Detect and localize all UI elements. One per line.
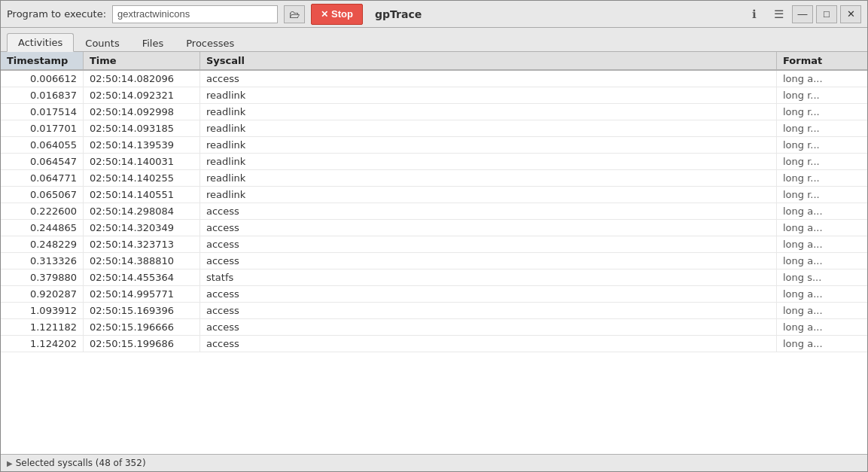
cell-syscall: access: [200, 253, 777, 269]
cell-timestamp: 0.006612: [1, 71, 84, 87]
cell-time: 02:50:14.092321: [84, 87, 200, 103]
table-row[interactable]: 0.31332602:50:14.388810accesslong a...: [1, 253, 867, 269]
cell-format: long a...: [777, 203, 867, 219]
cell-timestamp: 0.016837: [1, 87, 84, 103]
cell-timestamp: 1.093912: [1, 303, 84, 318]
maximize-button[interactable]: □: [816, 5, 837, 23]
menu-button[interactable]: ☰: [768, 5, 789, 23]
cell-time: 02:50:14.320349: [84, 220, 200, 236]
cell-timestamp: 0.222600: [1, 203, 84, 219]
cell-syscall: access: [200, 319, 777, 335]
cell-time: 02:50:14.298084: [84, 203, 200, 219]
cell-format: long a...: [777, 303, 867, 318]
table-row[interactable]: 0.06454702:50:14.140031readlinklong r...: [1, 154, 867, 170]
cell-timestamp: 0.017514: [1, 104, 84, 120]
cell-syscall: access: [200, 303, 777, 318]
cell-timestamp: 0.248229: [1, 236, 84, 252]
col-timestamp[interactable]: Timestamp: [1, 52, 84, 69]
table-row[interactable]: 0.22260002:50:14.298084accesslong a...: [1, 203, 867, 220]
cell-format: long a...: [777, 319, 867, 335]
table-row[interactable]: 1.12420202:50:15.199686accesslong a...: [1, 336, 867, 352]
table-row[interactable]: 0.01770102:50:14.093185readlinklong r...: [1, 120, 867, 137]
cell-format: long r...: [777, 170, 867, 186]
cell-time: 02:50:14.140551: [84, 187, 200, 203]
table-row[interactable]: 0.06405502:50:14.139539readlinklong r...: [1, 137, 867, 154]
col-syscall[interactable]: Syscall: [200, 52, 777, 69]
col-format[interactable]: Format: [777, 52, 867, 69]
maximize-icon: □: [824, 8, 830, 20]
table-row[interactable]: 0.06506702:50:14.140551readlinklong r...: [1, 187, 867, 203]
cell-format: long r...: [777, 137, 867, 153]
cell-format: long a...: [777, 253, 867, 269]
cell-timestamp: 0.244865: [1, 220, 84, 236]
app-title: gpTrace: [375, 8, 422, 20]
info-icon: ℹ: [752, 8, 757, 21]
main-window: Program to execute: 🗁 ✕ Stop gpTrace ℹ ☰…: [0, 0, 868, 472]
cell-format: long s...: [777, 269, 867, 285]
cell-time: 02:50:14.140031: [84, 154, 200, 169]
folder-button[interactable]: 🗁: [284, 5, 305, 23]
cell-format: long a...: [777, 336, 867, 352]
cell-time: 02:50:15.196666: [84, 319, 200, 335]
cell-time: 02:50:15.169396: [84, 303, 200, 318]
minimize-icon: —: [798, 8, 808, 20]
tab-processes[interactable]: Processes: [175, 34, 245, 52]
stop-label: Stop: [331, 8, 353, 20]
titlebar-icons: ℹ ☰ — □ ✕: [744, 5, 861, 23]
stop-x-icon: ✕: [321, 9, 328, 20]
tab-files[interactable]: Files: [131, 34, 175, 52]
cell-timestamp: 1.121182: [1, 319, 84, 335]
stop-button[interactable]: ✕ Stop: [311, 4, 363, 25]
cell-format: long r...: [777, 87, 867, 103]
tab-activities[interactable]: Activities: [7, 33, 74, 52]
cell-syscall: readlink: [200, 154, 777, 169]
cell-syscall: access: [200, 220, 777, 236]
close-button[interactable]: ✕: [840, 5, 861, 23]
table-row[interactable]: 0.24822902:50:14.323713accesslong a...: [1, 236, 867, 253]
table-row[interactable]: 0.24486502:50:14.320349accesslong a...: [1, 220, 867, 236]
table-row[interactable]: 0.06477102:50:14.140255readlinklong r...: [1, 170, 867, 187]
cell-timestamp: 0.064771: [1, 170, 84, 186]
table-container: Timestamp Time Syscall Format 0.00661202…: [1, 52, 867, 454]
content-area: Timestamp Time Syscall Format 0.00661202…: [1, 52, 867, 471]
cell-timestamp: 0.313326: [1, 253, 84, 269]
cell-format: long r...: [777, 187, 867, 203]
cell-time: 02:50:14.455364: [84, 269, 200, 285]
cell-time: 02:50:14.140255: [84, 170, 200, 186]
cell-syscall: access: [200, 236, 777, 252]
cell-syscall: readlink: [200, 137, 777, 153]
cell-syscall: access: [200, 286, 777, 302]
cell-time: 02:50:14.388810: [84, 253, 200, 269]
cell-time: 02:50:14.995771: [84, 286, 200, 302]
program-input[interactable]: [112, 5, 278, 23]
cell-syscall: readlink: [200, 170, 777, 186]
cell-syscall: access: [200, 203, 777, 219]
table-row[interactable]: 0.37988002:50:14.455364statfslong s...: [1, 269, 867, 286]
close-icon: ✕: [847, 8, 855, 20]
cell-syscall: access: [200, 71, 777, 87]
cell-time: 02:50:14.092998: [84, 104, 200, 120]
cell-time: 02:50:14.139539: [84, 137, 200, 153]
table-row[interactable]: 0.01683702:50:14.092321readlinklong r...: [1, 87, 867, 104]
cell-timestamp: 0.017701: [1, 120, 84, 136]
folder-icon: 🗁: [289, 8, 300, 20]
table-row[interactable]: 0.00661202:50:14.082096accesslong a...: [1, 71, 867, 87]
minimize-button[interactable]: —: [792, 5, 813, 23]
table-row[interactable]: 0.92028702:50:14.995771accesslong a...: [1, 286, 867, 303]
cell-format: long a...: [777, 220, 867, 236]
cell-format: long r...: [777, 154, 867, 169]
info-button[interactable]: ℹ: [744, 5, 765, 23]
program-label: Program to execute:: [7, 8, 106, 20]
status-bar: ▶ Selected syscalls (48 of 352): [1, 454, 867, 471]
cell-timestamp: 0.065067: [1, 187, 84, 203]
cell-time: 02:50:15.199686: [84, 336, 200, 352]
table-row[interactable]: 0.01751402:50:14.092998readlinklong r...: [1, 104, 867, 120]
table-row[interactable]: 1.12118202:50:15.196666accesslong a...: [1, 319, 867, 336]
cell-syscall: readlink: [200, 87, 777, 103]
tab-counts[interactable]: Counts: [74, 34, 130, 52]
cell-syscall: readlink: [200, 120, 777, 136]
table-row[interactable]: 1.09391202:50:15.169396accesslong a...: [1, 303, 867, 319]
col-time[interactable]: Time: [84, 52, 200, 69]
cell-syscall: statfs: [200, 269, 777, 285]
tabs-bar: Activities Counts Files Processes: [1, 28, 867, 52]
